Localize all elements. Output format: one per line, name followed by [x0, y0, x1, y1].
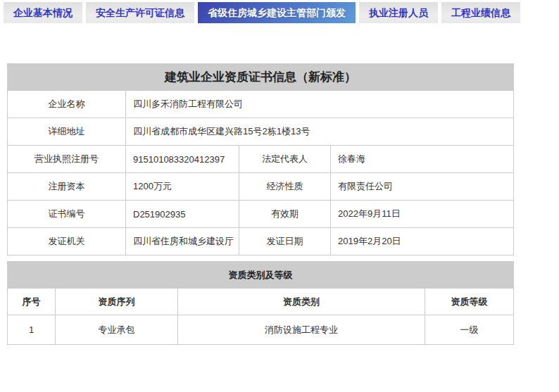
label-economic-nature: 经济性质 [239, 173, 331, 201]
qualification-header-row: 序号 资质序列 资质类别 资质等级 [8, 289, 514, 315]
row-company-name: 企业名称 四川多禾消防工程有限公司 [8, 91, 514, 118]
qualification-section-title: 资质类别及等级 [8, 262, 514, 289]
col-header-category: 资质类别 [178, 289, 425, 315]
value-registered-capital: 1200万元 [126, 173, 239, 201]
value-issue-date: 2019年2月20日 [331, 228, 514, 255]
label-registered-capital: 注册资本 [8, 173, 126, 201]
label-issuing-authority: 发证机关 [8, 228, 126, 255]
value-company-name: 四川多禾消防工程有限公司 [126, 91, 514, 118]
cell-series: 专业承包 [56, 315, 178, 345]
cell-grade: 一级 [425, 315, 514, 345]
certificate-info-table: 建筑业企业资质证书信息（新标准） 企业名称 四川多禾消防工程有限公司 详细地址 … [7, 63, 514, 255]
label-legal-representative: 法定代表人 [239, 146, 331, 173]
row-license-and-legal-rep: 营业执照注册号 915101083320412397 法定代表人 徐春海 [8, 146, 514, 173]
value-address: 四川省成都市成华区建兴路15号2栋1楼13号 [126, 118, 514, 146]
value-valid-until: 2022年9月11日 [331, 201, 514, 228]
label-certificate-no: 证书编号 [8, 201, 126, 228]
cell-category: 消防设施工程专业 [178, 315, 425, 345]
tab-provincial-housing-dept-issued[interactable]: 省级住房城乡建设主管部门颁发 [198, 2, 356, 23]
col-header-seq: 序号 [8, 289, 56, 315]
tab-bar: 企业基本情况 安全生产许可证信息 省级住房城乡建设主管部门颁发 执业注册人员 工… [0, 0, 559, 23]
value-certificate-no: D251902935 [126, 201, 239, 228]
label-address: 详细地址 [8, 118, 126, 146]
certificate-table-title: 建筑业企业资质证书信息（新标准） [8, 64, 514, 91]
label-issue-date: 发证日期 [239, 228, 331, 255]
cell-seq: 1 [8, 315, 56, 345]
qualification-table: 资质类别及等级 序号 资质序列 资质类别 资质等级 1 专业承包 消防设施工程专… [7, 261, 514, 345]
col-header-grade: 资质等级 [425, 289, 514, 315]
tab-safety-production-license[interactable]: 安全生产许可证信息 [86, 2, 194, 23]
row-issuer-and-issue-date: 发证机关 四川省住房和城乡建设厅 发证日期 2019年2月20日 [8, 228, 514, 255]
row-certno-and-validity: 证书编号 D251902935 有效期 2022年9月11日 [8, 201, 514, 228]
value-business-license-no: 915101083320412397 [126, 146, 239, 173]
main-content: 建筑业企业资质证书信息（新标准） 企业名称 四川多禾消防工程有限公司 详细地址 … [7, 63, 513, 345]
label-valid-until: 有效期 [239, 201, 331, 228]
row-address: 详细地址 四川省成都市成华区建兴路15号2栋1楼13号 [8, 118, 514, 146]
qualification-data-row: 1 专业承包 消防设施工程专业 一级 [8, 315, 514, 345]
label-company-name: 企业名称 [8, 91, 126, 118]
tab-enterprise-basic-info[interactable]: 企业基本情况 [4, 2, 82, 23]
tab-registered-personnel[interactable]: 执业注册人员 [359, 2, 438, 23]
value-economic-nature: 有限责任公司 [331, 173, 514, 201]
value-legal-representative: 徐春海 [331, 146, 514, 173]
value-issuing-authority: 四川省住房和城乡建设厅 [126, 228, 239, 255]
row-capital-and-nature: 注册资本 1200万元 经济性质 有限责任公司 [8, 173, 514, 201]
tab-project-performance[interactable]: 工程业绩信息 [441, 2, 520, 23]
col-header-series: 资质序列 [56, 289, 178, 315]
label-business-license-no: 营业执照注册号 [8, 146, 126, 173]
